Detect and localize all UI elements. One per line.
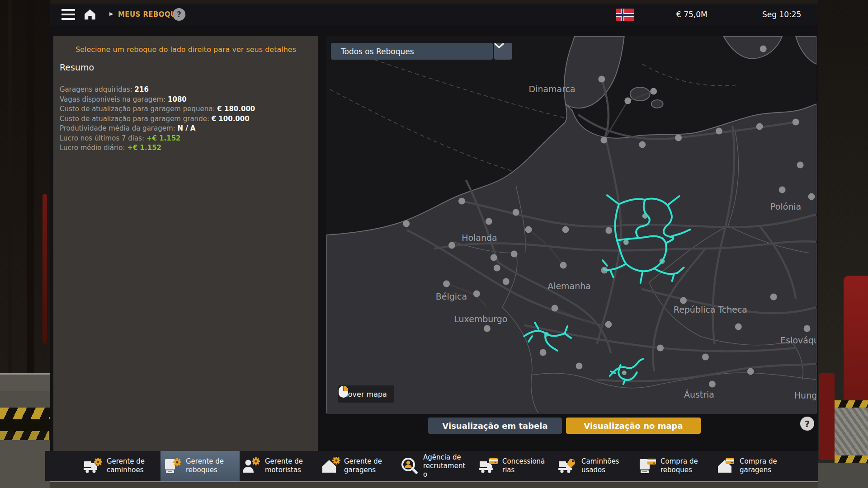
stat-label: Produtividade média da garagem:: [60, 124, 177, 132]
hazard-stripe: [0, 431, 49, 440]
trailer-purchase-icon: [637, 457, 657, 475]
summary-stat-row: Custo de atualização para garagem grande…: [60, 114, 313, 124]
nav-item-label: Gerente de garagens: [344, 457, 389, 474]
stat-label: Custo de atualização para garagem pequen…: [60, 105, 217, 113]
stat-value: 216: [135, 85, 149, 94]
chevron-down-icon[interactable]: [494, 43, 512, 60]
summary-stats-list: Garagens adquiridas: 216Vagas disponívei…: [60, 85, 313, 153]
trailer-filter-value: Todos os Reboques: [341, 47, 414, 56]
stat-value: 1080: [168, 95, 187, 103]
stat-label: Garagens adquiridas:: [60, 85, 135, 94]
country-label: Dinamarca: [529, 84, 576, 94]
trailer-filter-dropdown[interactable]: Todos os Reboques: [331, 43, 493, 60]
garage-ledge: [0, 373, 50, 393]
hazard-stripe: [0, 408, 51, 419]
country-label: Áustria: [684, 389, 714, 399]
map-view-button[interactable]: Visualização no mapa: [566, 418, 701, 434]
europe-map[interactable]: DinamarcaHolandaAlemanhaBélgicaLuxemburg…: [326, 36, 816, 413]
breadcrumb-caret-icon: ▶: [109, 11, 113, 17]
home-icon[interactable]: [83, 8, 97, 21]
summary-stat-row: Lucro nos últimos 7 dias: +€ 1.152: [60, 134, 313, 144]
trailer-manager-window: ▶ MEUS REBOQUES ? € 75,0M Seg 10:25 Sele…: [50, 4, 818, 452]
garage-purchase-icon: [716, 457, 736, 475]
stat-value: N / A: [177, 124, 195, 132]
country-label: Polónia: [770, 202, 801, 211]
dealer-icon: [479, 457, 499, 475]
country-label: Holanda: [462, 233, 497, 243]
summary-stat-row: Garagens adquiridas: 216: [60, 85, 313, 95]
garage-ramp: [835, 408, 868, 455]
hazard-stripe: [835, 400, 868, 408]
trailer-gear-icon: [162, 457, 182, 475]
nav-item-gerente-de-motoristas[interactable]: Gerente de motoristas: [240, 451, 319, 481]
top-bar: ▶ MEUS REBOQUES ? € 75,0M Seg 10:25: [50, 4, 818, 25]
nav-item-compra-de-garagens[interactable]: Compra de garagens: [714, 451, 793, 481]
nav-item-gerente-de-garagens[interactable]: Gerente de garagens: [319, 451, 398, 481]
country-label: Alemanha: [547, 281, 591, 291]
nav-item-label: Gerente de motoristas: [265, 457, 310, 474]
nav-item-label: Agência de recrutamento: [423, 453, 468, 479]
stat-label: Vagas disponíveis na garagem:: [60, 95, 168, 103]
nav-item-concession-rias[interactable]: Concessionárias: [477, 451, 556, 481]
summary-stat-row: Lucro médio diário: +€ 1.152: [60, 143, 313, 153]
nav-item-label: Compra de reboques: [660, 457, 706, 474]
country-label: Eslováqu: [780, 335, 816, 345]
stat-value: € 100.000: [212, 115, 250, 123]
nav-item-label: Concessionárias: [502, 457, 547, 474]
country-label: Hung: [794, 390, 816, 400]
nav-item-label: Gerente de reboques: [186, 457, 231, 474]
game-time: Seg 10:25: [762, 10, 801, 19]
nav-item-ag-ncia-de-recrutamento[interactable]: Agência de recrutamento: [398, 451, 477, 481]
stat-label: Lucro nos últimos 7 dias:: [60, 134, 146, 142]
summary-title: Resumo: [60, 62, 94, 72]
nav-item-gerente-de-caminh-es[interactable]: Gerente de caminhões: [81, 451, 160, 481]
red-truck-part: [819, 373, 835, 460]
country-label: República Tcheca: [674, 305, 747, 314]
country-label: Luxemburgo: [454, 314, 507, 324]
breadcrumb-help-icon[interactable]: ?: [173, 8, 185, 21]
nav-item-label: Compra de garagens: [740, 457, 785, 474]
player-money: € 75,0M: [676, 10, 708, 19]
nav-item-caminh-es-usados[interactable]: Caminhões usados: [556, 451, 635, 481]
select-trailer-hint: Selecione um reboque do lado direito par…: [53, 45, 318, 54]
summary-stat-row: Custo de atualização para garagem pequen…: [60, 104, 313, 114]
hazard-stripe: [835, 455, 868, 463]
europe-map-canvas[interactable]: DinamarcaHolandaAlemanhaBélgicaLuxemburg…: [326, 36, 816, 413]
garage-floor: [0, 391, 50, 408]
nav-item-label: Caminhões usados: [581, 457, 627, 474]
driver-gear-icon: [241, 457, 261, 475]
norway-flag-icon: [616, 9, 634, 21]
garage-floor-bottom: [50, 481, 818, 488]
stat-value: +€ 1.152: [127, 144, 161, 152]
garage-floor: [0, 440, 50, 488]
stat-label: Custo de atualização para garagem grande…: [60, 115, 212, 123]
country-label: Bélgica: [436, 291, 467, 301]
stat-label: Lucro médio diário:: [60, 144, 127, 152]
bottom-nav-bar: Gerente de caminhõesGerente de reboquesG…: [45, 451, 818, 481]
garage-gear-icon: [321, 457, 340, 475]
trailer-details-panel: Selecione um reboque do lado direito par…: [53, 36, 318, 451]
summary-stat-row: Produtividade média da garagem: N / A: [60, 124, 313, 134]
summary-stat-row: Vagas disponíveis na garagem: 1080: [60, 95, 313, 105]
garage-pit: [0, 419, 51, 432]
move-map-hint: Mover mapa: [338, 385, 394, 403]
used-trucks-icon: [558, 457, 578, 475]
truck-gear-icon: [83, 457, 103, 475]
nav-item-label: Gerente de caminhões: [107, 457, 152, 474]
stat-value: +€ 1.152: [146, 134, 181, 142]
menu-icon[interactable]: [61, 9, 75, 20]
stat-value: € 180.000: [217, 105, 255, 113]
garage-floor: [818, 463, 868, 488]
table-view-button[interactable]: Visualização em tabela: [428, 418, 562, 434]
recruitment-icon: [400, 457, 420, 475]
help-icon[interactable]: ?: [800, 417, 814, 431]
red-hose: [42, 194, 47, 343]
mouse-icon: [338, 385, 349, 398]
nav-item-gerente-de-reboques[interactable]: Gerente de reboques: [160, 451, 240, 481]
nav-item-compra-de-reboques[interactable]: Compra de reboques: [635, 451, 714, 481]
